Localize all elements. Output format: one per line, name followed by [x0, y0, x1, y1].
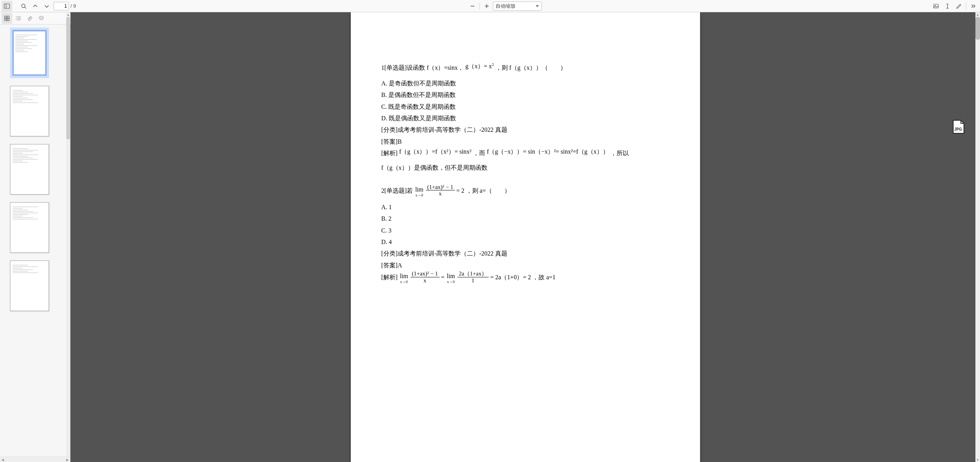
- zoom-select[interactable]: 自动缩放: [493, 2, 542, 11]
- pdf-page: 1[单选题]设函数 f（x）=sinx， g（x）= x2 ，则 f（g（x））…: [351, 12, 700, 462]
- q1-category: [分类]成考考前培训-高等数学（二）-2022 真题: [381, 124, 669, 136]
- question-1: 1[单选题]设函数 f（x）=sinx， g（x）= x2 ，则 f（g（x））…: [381, 62, 669, 174]
- zoom-out-button[interactable]: [467, 1, 478, 11]
- svg-rect-11: [7, 16, 9, 18]
- lim-text: lim: [447, 273, 455, 279]
- page-number-input[interactable]: [54, 2, 69, 10]
- scrollbar-handle[interactable]: [66, 17, 70, 139]
- prev-page-button[interactable]: [30, 1, 41, 11]
- more-button[interactable]: [968, 1, 978, 11]
- frac-num: 2a（1+ax）: [457, 270, 489, 277]
- frac-num: (1+ax)² − 1: [426, 184, 455, 191]
- q1-option-a: A. 是奇函数但不是周期函数: [381, 78, 669, 89]
- thumbnails-panel: [0, 25, 70, 457]
- svg-point-19: [16, 20, 17, 20]
- frac-den: x: [437, 190, 443, 197]
- q1-stem-a: 1[单选题]设函数 f（x）=sinx，: [381, 64, 464, 71]
- sidebar: ▲ ▼ ◀ ▶: [0, 12, 70, 462]
- chevron-up-icon: [32, 3, 38, 9]
- scroll-right-icon[interactable]: ▶: [65, 457, 70, 462]
- svg-point-2: [22, 4, 25, 7]
- text-cursor-icon: [944, 3, 951, 9]
- q1-option-c: C. 既是奇函数又是周期函数: [381, 101, 669, 113]
- zoom-in-button[interactable]: [481, 1, 492, 11]
- thumbnails-tab-button[interactable]: [2, 13, 12, 24]
- q2-answer: [答案]A: [381, 260, 669, 271]
- thumbnail-page-5[interactable]: [10, 260, 49, 311]
- svg-rect-10: [5, 16, 7, 18]
- scroll-left-icon[interactable]: ◀: [0, 457, 5, 462]
- svg-rect-12: [5, 19, 7, 21]
- question-2: 2[单选题]若 lim x→0 (1+ax)² − 1 x = 2 ，则 a=（…: [381, 185, 669, 284]
- svg-point-18: [16, 18, 17, 19]
- q1-exp-c: f（g（−x））= sin（−x）²= sinx²=f（g（x））: [487, 148, 609, 155]
- q1-option-b: B. 是偶函数但不是周期函数: [381, 89, 669, 101]
- search-icon: [21, 3, 27, 9]
- q1-stem-b: ，则 f（g（x））（ ）: [496, 64, 566, 71]
- thumbnail-page-1[interactable]: [10, 28, 49, 78]
- fraction: (1+ax)² − 1 x: [411, 270, 440, 283]
- svg-rect-13: [7, 19, 9, 21]
- pencil-icon: [956, 3, 962, 9]
- sidebar-icon: [4, 3, 10, 9]
- svg-text:JPG: JPG: [954, 127, 962, 131]
- image-mode-button[interactable]: [931, 1, 941, 11]
- thumbnail-page-3[interactable]: [10, 144, 49, 195]
- q1-exp-a: f（g（x））=f（x²）= sinx²: [399, 148, 471, 155]
- scroll-down-icon[interactable]: ▼: [975, 457, 980, 462]
- eq-end: ，故 a=1: [532, 274, 555, 280]
- limit-icon: lim x→0: [415, 187, 423, 197]
- frac-den: x: [422, 277, 428, 284]
- list-icon: [15, 15, 21, 21]
- scroll-up-icon[interactable]: ▲: [66, 12, 70, 17]
- frac-num: (1+ax)² − 1: [411, 270, 440, 277]
- scrollbar-handle[interactable]: [975, 17, 980, 40]
- sidebar-scrollbar[interactable]: ▲ ▼: [66, 12, 70, 462]
- chevrons-right-icon: [970, 3, 976, 9]
- frac-den: 1: [470, 277, 476, 284]
- scroll-up-icon[interactable]: ▲: [975, 12, 980, 17]
- attachments-tab-button[interactable]: [25, 13, 35, 24]
- image-icon: [933, 3, 939, 9]
- q2-category: [分类]成考考前培训-高等数学（二）-2022 真题: [381, 248, 669, 259]
- svg-line-3: [25, 7, 26, 8]
- minus-icon: [470, 3, 476, 9]
- paperclip-icon: [27, 15, 33, 21]
- chevron-down-icon: [44, 3, 50, 9]
- svg-marker-20: [39, 16, 44, 18]
- q1-explain-line2: f（g（x））是偶函数，但不是周期函数: [381, 162, 669, 174]
- thumbnail-page-4[interactable]: [10, 202, 49, 253]
- main-view: 1[单选题]设函数 f（x）=sinx， g（x）= x2 ，则 f（g（x））…: [70, 12, 980, 462]
- sidebar-hscrollbar[interactable]: ◀ ▶: [0, 457, 70, 462]
- next-page-button[interactable]: [41, 1, 52, 11]
- thumbnail-page-2[interactable]: [10, 86, 49, 136]
- jpg-file-badge[interactable]: JPG: [952, 120, 965, 134]
- q2-stem-a: 2[单选题]若: [381, 187, 413, 194]
- svg-rect-0: [4, 4, 10, 8]
- lim-text: lim: [400, 273, 408, 279]
- q2-stem-b: ，则 a=（ ）: [466, 187, 510, 194]
- outline-tab-button[interactable]: [13, 13, 24, 24]
- lim-sub: x→0: [447, 280, 455, 284]
- q2-explain: [解析] lim x→0 (1+ax)² − 1 x = li: [381, 271, 669, 284]
- sidebar-toggle-button[interactable]: [2, 1, 12, 11]
- explain-label: [解析]: [381, 150, 398, 156]
- plus-icon: [484, 3, 490, 9]
- main-scrollbar[interactable]: ▲ ▼: [975, 12, 980, 462]
- divider: [479, 3, 480, 10]
- text-select-button[interactable]: [942, 1, 953, 11]
- q2-option-c: C. 3: [381, 225, 669, 236]
- eq-tail: = 2a（1+0）= 2: [490, 274, 531, 280]
- draw-button[interactable]: [954, 1, 964, 11]
- jpg-icon: JPG: [952, 120, 965, 134]
- lim-sub: x→0: [400, 280, 408, 284]
- lim-text: lim: [415, 187, 423, 193]
- q2-option-b: B. 2: [381, 213, 669, 224]
- layers-tab-button[interactable]: [36, 13, 47, 24]
- eq: =: [441, 274, 445, 280]
- q1-stem: 1[单选题]设函数 f（x）=sinx， g（x）= x2 ，则 f（g（x））…: [381, 62, 669, 74]
- explain-label: [解析]: [381, 274, 398, 280]
- find-button[interactable]: [18, 1, 29, 11]
- q1-g: g（x）= x: [465, 63, 492, 69]
- q1-g-exp: 2: [492, 62, 494, 67]
